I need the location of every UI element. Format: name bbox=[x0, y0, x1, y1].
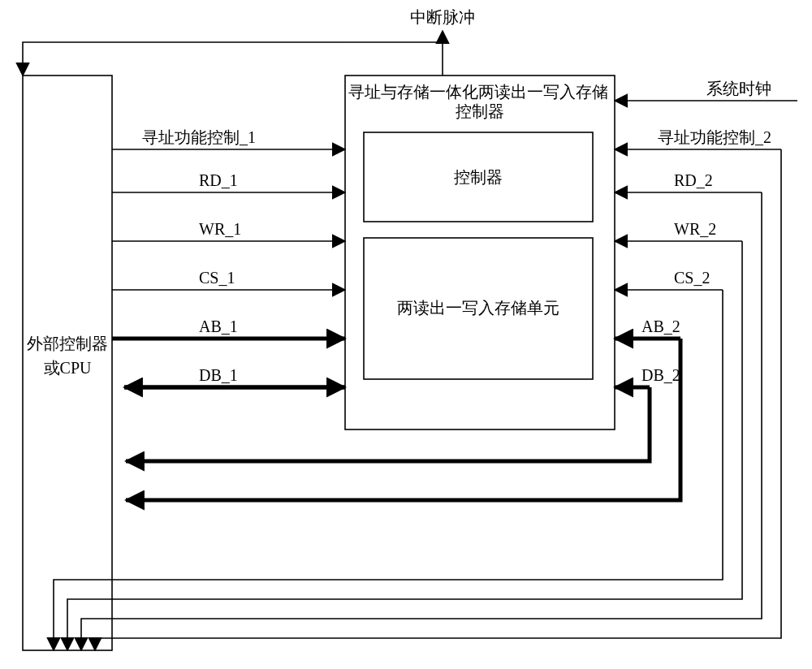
controller-label: 控制器 bbox=[454, 168, 503, 186]
interrupt-return-line bbox=[23, 42, 345, 76]
diagram-canvas: 外部控制器 或CPU 寻址与存储一体化两读出一写入存储 控制器 控制器 两读出一… bbox=[0, 0, 812, 669]
cpu-label-2: 或CPU bbox=[44, 359, 92, 377]
lbl-addrfunc1: 寻址功能控制_1 bbox=[142, 128, 256, 146]
lbl-db2: DB_2 bbox=[641, 366, 680, 384]
lbl-cs1: CS_1 bbox=[199, 269, 235, 287]
interrupt-label: 中断脉冲 bbox=[410, 8, 475, 26]
lbl-ab1: AB_1 bbox=[199, 317, 238, 335]
sig-ab2-route bbox=[126, 339, 680, 500]
sig-rd2-route bbox=[81, 192, 762, 650]
memory-controller-block bbox=[345, 76, 615, 429]
cpu-label-1: 外部控制器 bbox=[27, 334, 108, 352]
lbl-wr1: WR_1 bbox=[199, 220, 241, 238]
sig-db2-route bbox=[126, 387, 650, 461]
mc-title-l1: 寻址与存储一体化两读出一写入存储 bbox=[348, 83, 608, 101]
lbl-db1: DB_1 bbox=[199, 366, 238, 384]
mc-title-l2: 控制器 bbox=[456, 102, 504, 120]
lbl-sysclk: 系统时钟 bbox=[706, 80, 771, 97]
lbl-addrfunc2: 寻址功能控制_2 bbox=[658, 128, 771, 146]
storage-label: 两读出一写入存储单元 bbox=[397, 299, 559, 317]
lbl-rd1: RD_1 bbox=[199, 171, 238, 189]
memory-controller-title: 寻址与存储一体化两读出一写入存储 控制器 bbox=[348, 83, 612, 120]
sig-cs2-route bbox=[54, 290, 723, 650]
lbl-wr2: WR_2 bbox=[674, 220, 716, 238]
lbl-cs2: CS_2 bbox=[674, 269, 710, 287]
lbl-ab2: AB_2 bbox=[641, 317, 680, 335]
lbl-rd2: RD_2 bbox=[674, 171, 713, 189]
